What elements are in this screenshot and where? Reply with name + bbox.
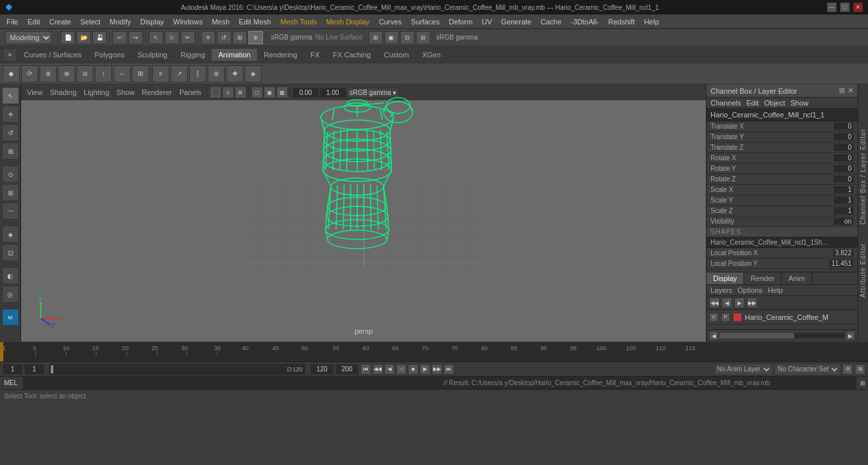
show-hide-btn[interactable]: ◐ xyxy=(2,267,19,284)
tab-curves-surfaces[interactable]: Curves / Surfaces xyxy=(17,49,88,61)
prev-key-btn[interactable]: ◀◀ xyxy=(372,364,383,375)
module-selector[interactable]: Modeling xyxy=(5,31,52,44)
minimize-button[interactable]: ─ xyxy=(827,3,836,12)
menu-mesh[interactable]: Mesh xyxy=(208,16,233,27)
time-slider-prefs-btn[interactable]: ⊞ xyxy=(855,364,865,375)
layer-end-btn[interactable]: ▶▶ xyxy=(747,297,757,308)
vp-shading-menu[interactable]: Shading xyxy=(47,87,80,98)
tab-anim[interactable]: Anim xyxy=(782,272,812,284)
tab-render[interactable]: Render xyxy=(744,272,782,284)
vp-tex-btn[interactable]: ▩ xyxy=(276,86,288,98)
frame-end-btn[interactable]: ⊡ xyxy=(287,366,292,373)
vp-lighting-menu[interactable]: Lighting xyxy=(80,87,113,98)
menu-curves[interactable]: Curves xyxy=(375,16,406,27)
current-frame-field[interactable] xyxy=(24,364,44,375)
go-start-btn[interactable]: ⏮ xyxy=(361,364,371,375)
tab-polygons[interactable]: Polygons xyxy=(88,49,130,61)
shelf-icon[interactable]: ≡ xyxy=(3,48,17,61)
ch-rotate-y[interactable]: Rotate Y 0 xyxy=(707,164,857,174)
scroll-left-btn[interactable]: ◀ xyxy=(709,331,718,340)
ch-scale-x[interactable]: Scale X 1 xyxy=(707,185,857,195)
attr-editor-label[interactable]: Attribute Editor xyxy=(859,243,867,297)
scale-tool[interactable]: ⊞ xyxy=(2,142,19,160)
command-input[interactable] xyxy=(23,379,440,387)
shelf-btn-11[interactable]: ⟦ xyxy=(189,65,206,82)
menu-mesh-display[interactable]: Mesh Display xyxy=(322,16,374,27)
viewport-content[interactable]: persp X Y Z xyxy=(21,100,706,342)
ch-translate-z[interactable]: Translate Z 0 xyxy=(707,142,857,153)
cb-object-menu[interactable]: Object xyxy=(764,99,785,107)
menu-deform[interactable]: Deform xyxy=(445,16,477,27)
tab-display[interactable]: Display xyxy=(707,272,744,284)
timeline[interactable]: 1 5 10 15 20 25 30 35 40 45 50 55 60 65 … xyxy=(0,342,868,361)
menu-edit-mesh[interactable]: Edit Mesh xyxy=(235,16,275,27)
ch-translate-y[interactable]: Translate Y 0 xyxy=(707,132,857,142)
scale-btn[interactable]: ⊞ xyxy=(233,31,247,44)
next-frame-btn[interactable]: ▶▶ xyxy=(432,364,442,375)
play-back-btn[interactable]: ◁ xyxy=(396,364,407,375)
vp-show-menu[interactable]: Show xyxy=(113,87,138,98)
scroll-right-btn[interactable]: ▶ xyxy=(846,331,855,340)
tab-animation[interactable]: Animation xyxy=(212,49,257,61)
tab-fx-caching[interactable]: FX Caching xyxy=(326,49,377,61)
play-fwd-btn[interactable]: ▶ xyxy=(420,364,430,375)
vp-grid-btn[interactable]: # xyxy=(222,86,234,98)
move-btn[interactable]: ✛ xyxy=(201,31,216,44)
render-btn[interactable]: ◈ xyxy=(2,226,19,243)
move-tool[interactable]: ✛ xyxy=(2,106,19,123)
ch-rotate-x[interactable]: Rotate X 0 xyxy=(707,153,857,164)
menu-windows[interactable]: Windows xyxy=(169,16,207,27)
tab-fx[interactable]: FX xyxy=(304,49,326,61)
layer-item[interactable]: V P Hario_Ceramic_Coffee_M xyxy=(707,310,857,325)
tab-custom[interactable]: Custom xyxy=(378,49,416,61)
anim-end-field[interactable] xyxy=(335,364,359,375)
prev-frame-btn[interactable]: ◀ xyxy=(384,364,395,375)
ch-scale-z[interactable]: Scale Z 1 xyxy=(707,206,857,216)
tab-sculpting[interactable]: Sculpting xyxy=(131,49,174,61)
vp-cam-btn[interactable]: 🎥 xyxy=(210,86,221,98)
ch-translate-x[interactable]: Translate X 0 xyxy=(707,121,857,132)
paint-select-btn[interactable]: ✏ xyxy=(181,31,195,44)
redo-btn[interactable]: ↪ xyxy=(129,31,143,44)
shelf-btn-14[interactable]: ◈ xyxy=(245,65,262,82)
dsm-layers[interactable]: Layers xyxy=(710,286,732,294)
vp-btn1[interactable]: ⊞ xyxy=(368,31,383,44)
vp-smooth-btn[interactable]: ▣ xyxy=(264,86,275,98)
open-scene-btn[interactable]: 📂 xyxy=(76,31,91,44)
vp-view-menu[interactable]: View xyxy=(24,87,46,98)
isolate-btn[interactable]: ◎ xyxy=(2,286,19,303)
cb-channels-menu[interactable]: Channels xyxy=(710,99,741,107)
cb-edit-menu[interactable]: Edit xyxy=(746,99,759,107)
maximize-button[interactable]: □ xyxy=(840,3,850,12)
vp-layout-btn[interactable]: ⊞ xyxy=(235,86,246,98)
stop-btn[interactable]: ■ xyxy=(408,364,419,375)
shelf-btn-8[interactable]: ⊞ xyxy=(132,65,149,82)
time-slider-handle[interactable] xyxy=(51,365,53,373)
save-scene-btn[interactable]: 💾 xyxy=(92,31,107,44)
undo-btn[interactable]: ↩ xyxy=(113,31,127,44)
tab-xgen[interactable]: XGen xyxy=(415,49,447,61)
layer-back-btn[interactable]: ◀ xyxy=(722,297,732,308)
snap-grid-btn[interactable]: ⊞ xyxy=(2,184,19,201)
ch-visibility[interactable]: Visibility on xyxy=(707,216,857,227)
cb-close-btn[interactable]: ✕ xyxy=(848,86,854,95)
shelf-btn-7[interactable]: ↔ xyxy=(113,65,130,82)
shelf-btn-key[interactable]: ◆ xyxy=(3,65,20,82)
dsm-options[interactable]: Options xyxy=(738,286,763,294)
select-tool[interactable]: ↖ xyxy=(2,87,19,104)
menu-create[interactable]: Create xyxy=(45,16,75,27)
shelf-btn-3[interactable]: ⊕ xyxy=(40,65,57,82)
maya-icon-btn[interactable]: M xyxy=(2,309,19,326)
tab-rendering[interactable]: Rendering xyxy=(257,49,304,61)
layer-playback-btn[interactable]: P xyxy=(721,313,730,322)
vp-btn4[interactable]: ⊞ xyxy=(416,31,430,44)
layer-color-swatch[interactable] xyxy=(733,313,742,322)
end-frame-field[interactable] xyxy=(310,364,333,375)
menu-modify[interactable]: Modify xyxy=(105,16,134,27)
snap-curve-btn[interactable]: 〰 xyxy=(2,202,19,220)
layer-fwd-btn[interactable]: ▶ xyxy=(734,297,745,308)
menu-file[interactable]: File xyxy=(3,16,22,27)
menu-cache[interactable]: Cache xyxy=(536,16,565,27)
shelf-btn-13[interactable]: ❖ xyxy=(226,65,243,82)
anim-prefs-btn[interactable]: ⚙ xyxy=(842,364,853,375)
